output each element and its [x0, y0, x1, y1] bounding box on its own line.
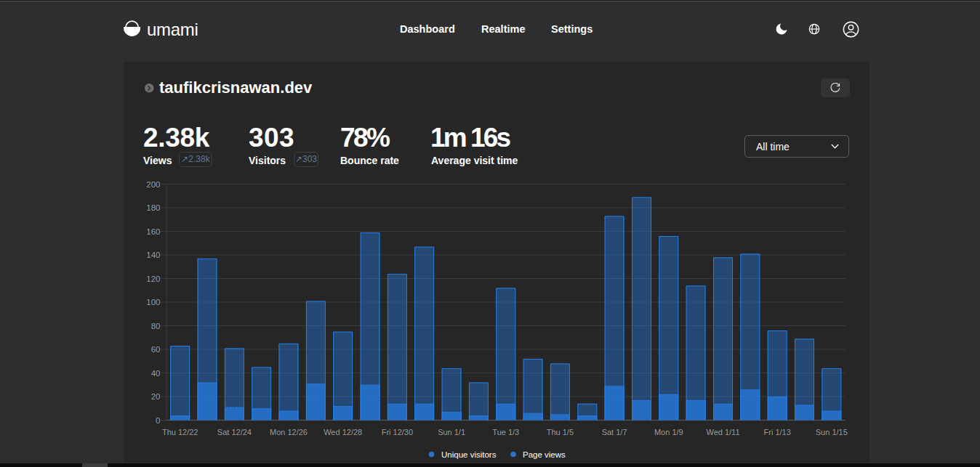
svg-text:40: 40 — [151, 369, 161, 378]
svg-text:Sat 12/24: Sat 12/24 — [217, 428, 252, 436]
svg-text:160: 160 — [146, 227, 160, 236]
svg-text:120: 120 — [146, 275, 160, 283]
svg-text:Thu 1/5: Thu 1/5 — [547, 428, 574, 436]
svg-text:Fri 12/30: Fri 12/30 — [382, 428, 413, 436]
svg-text:180: 180 — [146, 203, 160, 212]
svg-text:Tue 1/3: Tue 1/3 — [492, 428, 519, 436]
svg-text:Unique visitors: Unique visitors — [441, 450, 497, 459]
svg-text:200: 200 — [146, 180, 160, 189]
svg-text:Sun 1/15: Sun 1/15 — [816, 428, 848, 436]
svg-text:100: 100 — [146, 298, 160, 306]
svg-text:Page views: Page views — [523, 450, 566, 459]
svg-text:60: 60 — [151, 345, 161, 354]
svg-text:Sun 1/1: Sun 1/1 — [438, 428, 465, 436]
svg-text:Thu 12/22: Thu 12/22 — [162, 428, 198, 436]
svg-text:140: 140 — [146, 251, 160, 259]
svg-text:Mon 1/9: Mon 1/9 — [654, 428, 683, 436]
svg-text:Wed 12/28: Wed 12/28 — [324, 428, 362, 436]
svg-text:Fri 1/13: Fri 1/13 — [764, 428, 791, 436]
svg-text:20: 20 — [151, 392, 161, 401]
svg-text:0: 0 — [156, 416, 160, 425]
svg-text:80: 80 — [151, 322, 161, 330]
svg-text:Sat 1/7: Sat 1/7 — [602, 428, 627, 436]
svg-text:Mon 12/26: Mon 12/26 — [270, 428, 308, 436]
svg-text:Wed 1/11: Wed 1/11 — [706, 428, 739, 436]
